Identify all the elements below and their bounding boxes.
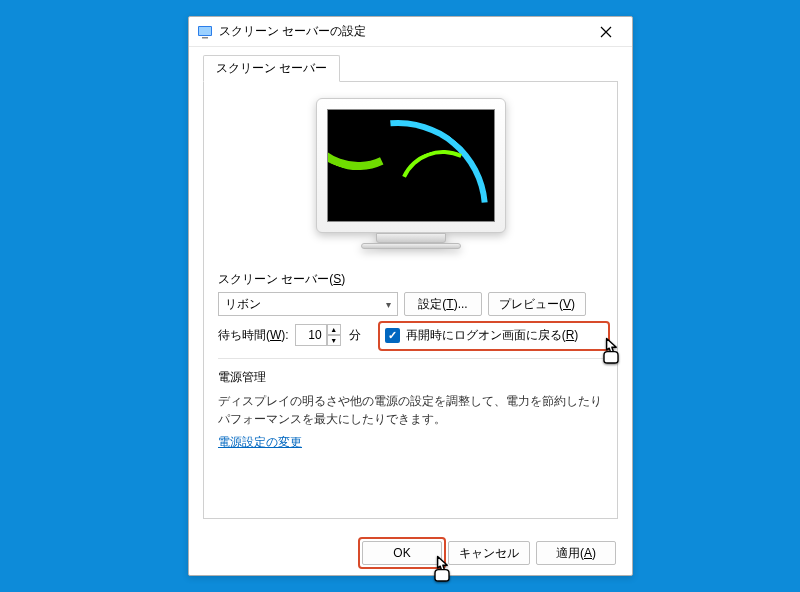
minutes-unit-label: 分 <box>349 327 361 344</box>
cursor-pointer-icon <box>597 335 625 367</box>
window-title: スクリーン セーバーの設定 <box>219 23 586 40</box>
button-label: 適用(A) <box>556 545 596 562</box>
resume-logon-label: 再開時にログオン画面に戻る(R) <box>406 327 579 344</box>
button-label: プレビュー(V) <box>499 296 575 313</box>
window-icon <box>197 24 213 40</box>
dialog-body: スクリーン セーバー ス <box>189 47 632 519</box>
tab-panel: スクリーン セーバー(S) リボン ▾ 設定(T)... プレビュー(V) 待ち… <box>203 81 618 519</box>
spin-down-button[interactable]: ▼ <box>327 335 341 346</box>
close-button[interactable] <box>586 19 626 45</box>
button-label: 設定(T)... <box>418 296 467 313</box>
wait-minutes-input[interactable] <box>295 324 327 346</box>
wait-label: 待ち時間(W): <box>218 327 289 344</box>
titlebar: スクリーン セーバーの設定 <box>189 17 632 47</box>
button-label: OK <box>393 546 410 560</box>
resume-logon-checkbox-wrap[interactable]: ✓ 再開時にログオン画面に戻る(R) <box>385 327 579 344</box>
dialog-footer: OK キャンセル 適用(A) <box>362 541 616 565</box>
screensaver-preview-screen <box>327 109 495 222</box>
monitor-preview <box>316 98 506 253</box>
preview-area <box>218 98 603 253</box>
spin-up-button[interactable]: ▲ <box>327 324 341 335</box>
apply-button[interactable]: 適用(A) <box>536 541 616 565</box>
screensaver-section-label: スクリーン セーバー(S) <box>218 271 603 288</box>
wait-minutes-stepper[interactable]: ▲ ▼ <box>295 324 343 346</box>
screensaver-dropdown[interactable]: リボン ▾ <box>218 292 398 316</box>
cancel-button[interactable]: キャンセル <box>448 541 530 565</box>
power-heading: 電源管理 <box>218 369 603 386</box>
chevron-down-icon: ▾ <box>386 299 391 310</box>
screensaver-settings-dialog: スクリーン セーバーの設定 スクリーン セーバー <box>188 16 633 576</box>
ok-button[interactable]: OK <box>362 541 442 565</box>
svg-rect-2 <box>202 37 208 39</box>
power-description: ディスプレイの明るさや他の電源の設定を調整して、電力を節約したりパフォーマンスを… <box>218 392 603 428</box>
preview-button[interactable]: プレビュー(V) <box>488 292 586 316</box>
resume-logon-checkbox[interactable]: ✓ <box>385 328 400 343</box>
settings-button[interactable]: 設定(T)... <box>404 292 482 316</box>
dropdown-value: リボン <box>225 296 261 313</box>
svg-rect-1 <box>199 27 211 35</box>
tab-label: スクリーン セーバー <box>216 61 327 75</box>
tab-screensaver[interactable]: スクリーン セーバー <box>203 55 340 82</box>
power-settings-link[interactable]: 電源設定の変更 <box>218 435 302 449</box>
button-label: キャンセル <box>459 545 519 562</box>
